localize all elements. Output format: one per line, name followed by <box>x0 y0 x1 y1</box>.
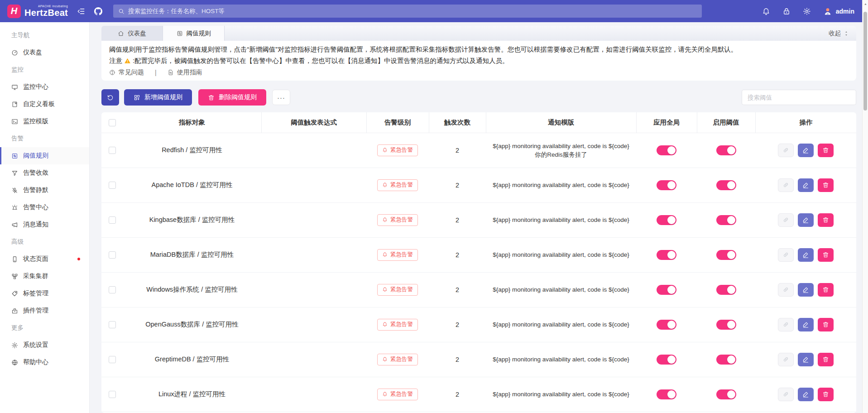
delete-threshold-button[interactable]: 删除阈值规则 <box>198 89 266 106</box>
row-checkbox[interactable] <box>109 356 116 363</box>
delete-rule-button[interactable] <box>818 213 834 227</box>
global-search-input[interactable] <box>128 8 697 14</box>
sidebar-item[interactable]: 告警中心 <box>0 199 89 216</box>
collapse-control[interactable]: 收起 <box>829 26 856 41</box>
edit-rule-button[interactable] <box>798 178 814 192</box>
sidebar-item[interactable]: 阈值规则 <box>0 147 89 164</box>
edit-rule-button[interactable] <box>798 318 814 331</box>
sidebar-item[interactable]: 状态页面 <box>0 250 89 268</box>
app-root: H APACHE incubating HertzBeat admin <box>0 0 868 413</box>
menu-fold-icon[interactable] <box>77 7 85 15</box>
sidebar-item[interactable]: 帮助中心 <box>0 354 89 371</box>
delete-rule-button[interactable] <box>818 178 834 192</box>
associate-monitor-button[interactable] <box>778 283 794 297</box>
sidebar-item-label: 阈值规则 <box>23 152 48 160</box>
enable-threshold-toggle[interactable] <box>716 250 736 260</box>
threshold-search-input[interactable] <box>742 90 856 105</box>
sidebar-item-label: 插件管理 <box>23 307 48 315</box>
sidebar-item[interactable]: 监控模版 <box>0 113 89 130</box>
delete-rule-button[interactable] <box>818 353 834 366</box>
enable-threshold-toggle[interactable] <box>716 145 736 155</box>
faq-link[interactable]: 常见问题 <box>109 68 144 77</box>
sidebar-item[interactable]: 仪表盘 <box>0 44 89 61</box>
rule-target: GreptimeDB / 监控可用性 <box>123 342 261 377</box>
row-checkbox[interactable] <box>109 216 116 224</box>
select-all-checkbox[interactable] <box>109 119 116 126</box>
delete-rule-button[interactable] <box>818 283 834 297</box>
apply-global-toggle[interactable] <box>657 145 676 155</box>
associate-monitor-button[interactable] <box>778 144 794 157</box>
associate-monitor-button[interactable] <box>778 388 794 401</box>
refresh-button[interactable] <box>101 89 119 106</box>
rule-target: Redfish / 监控可用性 <box>123 133 261 168</box>
user-menu[interactable]: admin <box>823 7 854 16</box>
edit-rule-button[interactable] <box>798 283 814 297</box>
delete-rule-button[interactable] <box>818 388 834 401</box>
edit-icon <box>802 356 809 363</box>
delete-icon <box>822 182 829 188</box>
edit-rule-button[interactable] <box>798 248 814 262</box>
delete-rule-button[interactable] <box>818 144 834 157</box>
add-threshold-button[interactable]: 新增阈值规则 <box>124 89 192 106</box>
github-icon[interactable] <box>94 7 102 15</box>
more-actions-button[interactable]: ··· <box>272 90 290 105</box>
sidebar-item[interactable]: 消息通知 <box>0 216 89 233</box>
bell-icon[interactable] <box>762 7 770 15</box>
enable-threshold-toggle[interactable] <box>716 285 736 295</box>
notification-dot <box>77 258 80 260</box>
gear-icon[interactable] <box>803 7 811 15</box>
associate-monitor-button[interactable] <box>778 248 794 262</box>
page-tab[interactable]: 阈值规则 <box>163 26 225 41</box>
edit-rule-button[interactable] <box>798 213 814 227</box>
scroll-up-arrow[interactable]: ▲ <box>864 2 867 5</box>
apply-global-toggle[interactable] <box>657 215 676 225</box>
edit-rule-button[interactable] <box>798 353 814 366</box>
associate-monitor-button[interactable] <box>778 353 794 366</box>
delete-rule-button[interactable] <box>818 248 834 262</box>
associate-monitor-button[interactable] <box>778 213 794 227</box>
apply-global-toggle[interactable] <box>657 355 676 365</box>
enable-threshold-toggle[interactable] <box>716 320 736 330</box>
row-checkbox[interactable] <box>109 391 116 398</box>
lock-icon[interactable] <box>782 7 791 15</box>
row-checkbox[interactable] <box>109 147 116 154</box>
scrollbar-thumb[interactable] <box>863 12 867 110</box>
apply-global-toggle[interactable] <box>657 285 676 295</box>
guide-link[interactable]: 使用指南 <box>168 68 202 77</box>
sidebar-item[interactable]: 告警收敛 <box>0 164 89 182</box>
sidebar-item[interactable]: 系统设置 <box>0 336 89 354</box>
page-tab[interactable]: 仪表盘 <box>101 26 163 41</box>
delete-rule-button[interactable] <box>818 318 834 331</box>
grid-plus-icon <box>134 94 140 101</box>
enable-threshold-toggle[interactable] <box>716 180 736 190</box>
apply-global-toggle[interactable] <box>657 389 676 399</box>
associate-monitor-button[interactable] <box>778 178 794 192</box>
sidebar-item[interactable]: 自定义看板 <box>0 96 89 113</box>
sidebar-item[interactable]: 标签管理 <box>0 285 89 302</box>
sidebar-item[interactable]: 告警静默 <box>0 182 89 199</box>
trigger-times: 2 <box>429 202 486 237</box>
funnel-icon <box>11 170 18 177</box>
enable-threshold-toggle[interactable] <box>716 215 736 225</box>
apply-global-toggle[interactable] <box>657 180 676 190</box>
page-scrollbar[interactable]: ▲ <box>862 0 868 413</box>
associate-monitor-button[interactable] <box>778 318 794 331</box>
sidebar-item[interactable]: 采集集群 <box>0 268 89 285</box>
apply-global-toggle[interactable] <box>657 320 676 330</box>
sidebar-item-label: 告警静默 <box>23 186 48 194</box>
enable-threshold-toggle[interactable] <box>716 389 736 399</box>
enable-threshold-toggle[interactable] <box>716 355 736 365</box>
apply-global-toggle[interactable] <box>657 250 676 260</box>
sidebar-item[interactable]: 插件管理 <box>0 302 89 319</box>
brand-logo[interactable]: H APACHE incubating HertzBeat <box>7 5 68 18</box>
row-checkbox[interactable] <box>109 321 116 328</box>
edit-rule-button[interactable] <box>798 388 814 401</box>
row-checkbox[interactable] <box>109 286 116 293</box>
row-actions <box>778 213 834 227</box>
trigger-times: 2 <box>429 342 486 377</box>
edit-rule-button[interactable] <box>798 144 814 157</box>
row-checkbox[interactable] <box>109 182 116 189</box>
row-checkbox[interactable] <box>109 251 116 259</box>
sidebar-item[interactable]: 监控中心 <box>0 78 89 96</box>
sidebar: 主导航 仪表盘 监控 监控中心 <box>0 22 89 413</box>
